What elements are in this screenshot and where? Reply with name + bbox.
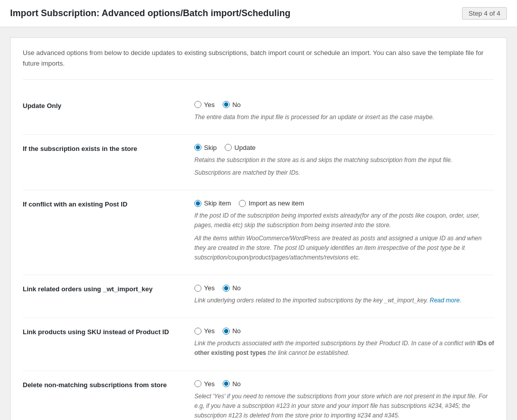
radio-update-only-yes[interactable]: Yes — [194, 101, 215, 109]
radio-input-conflict-skip[interactable] — [194, 200, 201, 207]
radio-conflict-import[interactable]: Import as new item — [239, 199, 304, 207]
page-title: Import Subscription: Advanced options/Ba… — [10, 8, 290, 19]
desc-text: Link underlying orders related to the im… — [194, 296, 494, 305]
radio-group-conflict-post-id: Skip itemImport as new item — [194, 199, 494, 207]
radio-label-update-only-no: No — [232, 101, 241, 109]
radio-group-subscription-exists: SkipUpdate — [194, 144, 494, 151]
radio-label-sku-yes: Yes — [204, 327, 215, 335]
radio-label-exists-update: Update — [234, 144, 255, 151]
desc-text: Select 'Yes' if you need to remove the s… — [194, 392, 494, 420]
option-desc-link-products-sku: Link the products associated with the im… — [194, 339, 494, 358]
radio-exists-update[interactable]: Update — [225, 144, 255, 151]
radio-label-delete-yes: Yes — [204, 380, 215, 388]
radio-input-link-orders-no[interactable] — [223, 285, 230, 292]
option-control-link-products-sku: YesNoLink the products associated with t… — [194, 327, 494, 361]
option-control-update-only: YesNoThe entire data from the input file… — [194, 101, 494, 125]
radio-conflict-skip[interactable]: Skip item — [194, 199, 231, 207]
radio-delete-no[interactable]: No — [223, 380, 241, 388]
option-row-subscription-exists: If the subscription exists in the storeS… — [23, 135, 494, 190]
option-label-link-orders: Link related orders using _wt_import_key — [23, 284, 194, 308]
option-control-conflict-post-id: Skip itemImport as new itemIf the post I… — [194, 199, 494, 266]
radio-label-link-orders-no: No — [232, 284, 241, 292]
option-desc-delete-non-matching: Select 'Yes' if you need to remove the s… — [194, 392, 494, 420]
radio-link-orders-yes[interactable]: Yes — [194, 284, 215, 292]
radio-label-conflict-skip: Skip item — [204, 199, 231, 207]
radio-input-delete-yes[interactable] — [194, 380, 201, 387]
option-row-delete-non-matching: Delete non-matching subscriptions from s… — [23, 371, 494, 420]
intro-text: Use advanced options from below to decid… — [23, 48, 494, 80]
option-row-conflict-post-id: If conflict with an existing Post IDSkip… — [23, 190, 494, 275]
radio-group-link-orders: YesNo — [194, 284, 494, 292]
desc-text: Subscriptions are matched by their IDs. — [194, 168, 494, 178]
radio-exists-skip[interactable]: Skip — [194, 144, 217, 151]
radio-input-link-orders-yes[interactable] — [194, 285, 201, 292]
header-bar: Import Subscription: Advanced options/Ba… — [0, 0, 517, 27]
option-desc-conflict-post-id: If the post ID of the subscription being… — [194, 211, 494, 262]
option-row-update-only: Update OnlyYesNoThe entire data from the… — [23, 92, 494, 135]
radio-sku-no[interactable]: No — [223, 327, 241, 335]
radio-label-exists-skip: Skip — [204, 144, 217, 151]
radio-label-link-orders-yes: Yes — [204, 284, 215, 292]
desc-text: All the items within WooCommerce/WordPre… — [194, 234, 494, 263]
radio-label-update-only-yes: Yes — [204, 101, 215, 109]
option-label-link-products-sku: Link products using SKU instead of Produ… — [23, 327, 194, 361]
radio-update-only-no[interactable]: No — [223, 101, 241, 109]
read-more-link[interactable]: Read more. — [430, 297, 461, 304]
radio-sku-yes[interactable]: Yes — [194, 327, 215, 335]
radio-label-conflict-import: Import as new item — [248, 199, 304, 207]
option-label-subscription-exists: If the subscription exists in the store — [23, 144, 194, 181]
radio-label-sku-no: No — [232, 327, 241, 335]
desc-text: The entire data from the input file is p… — [194, 113, 494, 122]
option-desc-subscription-exists: Retains the subscription in the store as… — [194, 155, 494, 178]
option-label-delete-non-matching: Delete non-matching subscriptions from s… — [23, 380, 194, 420]
option-row-link-products-sku: Link products using SKU instead of Produ… — [23, 318, 494, 371]
content-area: Use advanced options from below to decid… — [10, 37, 507, 420]
option-control-link-orders: YesNoLink underlying orders related to t… — [194, 284, 494, 308]
option-label-update-only: Update Only — [23, 101, 194, 125]
desc-text: Retains the subscription in the store as… — [194, 155, 494, 165]
radio-input-conflict-import[interactable] — [239, 200, 246, 207]
radio-group-link-products-sku: YesNo — [194, 327, 494, 335]
desc-text: Link the products associated with the im… — [194, 339, 494, 358]
options-container: Update OnlyYesNoThe entire data from the… — [23, 92, 494, 420]
radio-input-exists-update[interactable] — [225, 144, 232, 151]
step-badge: Step 4 of 4 — [462, 7, 507, 20]
radio-label-delete-no: No — [232, 380, 241, 388]
radio-input-delete-no[interactable] — [223, 380, 230, 387]
radio-input-update-only-yes[interactable] — [194, 101, 201, 108]
option-desc-link-orders: Link underlying orders related to the im… — [194, 296, 494, 305]
radio-group-update-only: YesNo — [194, 101, 494, 109]
radio-input-sku-yes[interactable] — [194, 328, 201, 335]
radio-link-orders-no[interactable]: No — [223, 284, 241, 292]
option-desc-update-only: The entire data from the input file is p… — [194, 113, 494, 122]
option-control-subscription-exists: SkipUpdateRetains the subscription in th… — [194, 144, 494, 181]
desc-text: If the post ID of the subscription being… — [194, 211, 494, 230]
option-control-delete-non-matching: YesNoSelect 'Yes' if you need to remove … — [194, 380, 494, 420]
main-content: Use advanced options from below to decid… — [0, 27, 517, 420]
radio-group-delete-non-matching: YesNo — [194, 380, 494, 388]
radio-input-update-only-no[interactable] — [223, 101, 230, 108]
radio-delete-yes[interactable]: Yes — [194, 380, 215, 388]
option-row-link-orders: Link related orders using _wt_import_key… — [23, 275, 494, 318]
radio-input-sku-no[interactable] — [223, 328, 230, 335]
radio-input-exists-skip[interactable] — [194, 144, 201, 151]
option-label-conflict-post-id: If conflict with an existing Post ID — [23, 199, 194, 266]
